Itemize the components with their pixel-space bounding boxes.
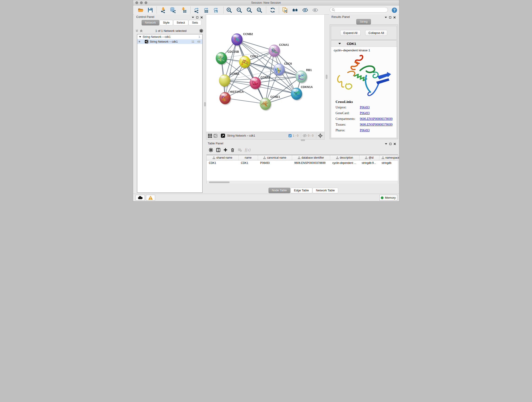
network-row[interactable]: String Network – cdk1 11 48 — [137, 39, 202, 44]
float-panel-icon[interactable] — [196, 16, 198, 19]
scrollbar-thumb[interactable] — [209, 182, 230, 183]
crosslink-uniprot--link[interactable]: P06493 — [360, 106, 395, 109]
network-node-RB1[interactable]: RB1 — [296, 69, 312, 83]
tab-string[interactable]: String — [356, 19, 371, 25]
import-network-file-icon[interactable] — [160, 7, 166, 13]
collapse-all-button[interactable]: Collapse All — [365, 30, 387, 36]
crosslink-compartments--link[interactable]: 9606.ENSP00000378699 — [360, 117, 395, 121]
zoom-selected-icon[interactable] — [256, 7, 262, 13]
warning-status-button[interactable] — [146, 195, 155, 201]
zoom-fit-icon[interactable] — [246, 7, 252, 13]
table-horizontal-scrollbar[interactable] — [207, 181, 398, 184]
status-bar: Memory — [133, 194, 399, 201]
left-splitter-handle[interactable] — [204, 102, 206, 106]
network-edge-CCNB2-HIST1H1A[interactable] — [225, 39, 237, 98]
column-namespace-icon — [263, 157, 266, 159]
string-home-icon[interactable] — [292, 7, 298, 13]
table-toolbar: f(x) — [209, 146, 251, 154]
table-cell[interactable]: P06493 — [258, 160, 292, 166]
column-header-description[interactable]: description — [330, 155, 360, 160]
cdk1-section: CDK1 cyclin–dependent kinase 1 — [331, 40, 397, 138]
table-cell[interactable]: CDK1 — [207, 160, 239, 166]
bottom-splitter-handle[interactable] — [301, 139, 305, 141]
table-cell[interactable]: stringdb:9... — [360, 160, 380, 166]
network-collection-row[interactable]: String Network – cdk1 1 — [137, 34, 202, 39]
column-header-shared-name[interactable]: shared name — [207, 155, 239, 160]
collapse-all-chevron-icon[interactable] — [140, 29, 143, 32]
hidden-eye-slash-icon[interactable] — [303, 134, 307, 137]
tab-node-table[interactable]: Node Table — [268, 188, 291, 193]
crosslink-pharos--link[interactable]: P06493 — [360, 128, 395, 132]
selected-checkbox-icon[interactable] — [288, 134, 292, 137]
network-canvas[interactable]: CCNB2CCNA1CDC25BCDK1CDC6RB1CCNB1CCNA2CDK… — [206, 15, 324, 132]
close-panel-icon[interactable] — [201, 16, 203, 19]
search-input[interactable] — [330, 7, 388, 13]
detach-view-icon[interactable] — [221, 134, 225, 138]
table-cell[interactable]: stringdb — [380, 160, 399, 166]
crosslink-genecard--link[interactable]: P06493 — [360, 111, 395, 115]
column-header-name[interactable]: name — [239, 155, 258, 160]
export-network-icon[interactable] — [194, 7, 200, 13]
tab-network-table[interactable]: Network Table — [312, 188, 338, 193]
add-column-icon[interactable] — [223, 148, 228, 152]
export-table-icon[interactable] — [203, 7, 209, 13]
open-session-icon[interactable] — [138, 7, 144, 13]
save-session-icon[interactable] — [147, 7, 153, 13]
network-share-view-icon[interactable] — [214, 134, 217, 138]
control-panel: Control Panel NetworkStyleSelectSets 1 o… — [134, 14, 206, 194]
help-icon[interactable]: ? — [392, 7, 397, 13]
table-cell[interactable]: CDK1 — [239, 160, 258, 166]
tab-style[interactable]: Style — [159, 20, 173, 26]
column-header-canonical-name[interactable]: canonical name — [258, 155, 292, 160]
show-all-eye-icon[interactable] — [312, 7, 318, 13]
delete-column-trash-icon[interactable] — [230, 148, 234, 152]
show-columns-icon[interactable] — [216, 148, 220, 152]
close-panel-icon[interactable] — [394, 143, 396, 145]
cdk1-section-header[interactable]: CDK1 — [331, 41, 397, 47]
birds-eye-crosshair-icon[interactable] — [318, 133, 323, 138]
hide-selected-eye-icon[interactable] — [302, 7, 308, 13]
table-cell[interactable]: 9606.ENSP00000378699 — [292, 160, 330, 166]
tab-network[interactable]: Network — [142, 20, 159, 26]
expand-all-chevron-icon[interactable] — [135, 29, 138, 32]
table-cell[interactable]: cyclin-dependent ... — [330, 160, 360, 166]
section-collapse-icon[interactable] — [338, 43, 341, 45]
clone-network-icon[interactable] — [282, 7, 288, 13]
expand-all-button[interactable]: Expand All — [340, 30, 361, 36]
column-header--id[interactable]: @id — [360, 155, 380, 160]
network-options-gear-icon[interactable] — [199, 29, 203, 33]
cloud-status-button[interactable] — [136, 195, 145, 201]
zoom-out-icon[interactable] — [236, 7, 242, 13]
network-edge-CDK1-RB1[interactable] — [245, 62, 301, 77]
column-header-namespace[interactable]: namespace — [380, 155, 399, 160]
tab-edge-table[interactable]: Edge Table — [291, 188, 312, 193]
right-splitter-handle[interactable] — [326, 75, 327, 79]
zoom-in-icon[interactable] — [226, 7, 232, 13]
crosslinks-heading: CrossLinks — [336, 100, 395, 104]
import-table-icon[interactable] — [181, 7, 187, 13]
refresh-layout-icon[interactable] — [270, 7, 276, 13]
export-image-icon[interactable] — [213, 7, 219, 13]
panel-menu-caret-icon[interactable] — [192, 17, 194, 18]
svg-text:?: ? — [393, 8, 395, 12]
tab-sets[interactable]: Sets — [189, 20, 201, 26]
column-header-database-identifier[interactable]: database identifier — [292, 155, 330, 160]
collection-expand-icon[interactable] — [139, 36, 141, 38]
memory-button[interactable]: Memory — [380, 195, 397, 201]
table-options-gear-icon[interactable] — [209, 148, 213, 152]
panel-menu-caret-icon[interactable] — [385, 17, 387, 18]
grid-view-icon[interactable] — [208, 134, 212, 138]
network-node-HIST1H1A[interactable]: HIST1H1A — [220, 90, 244, 104]
network-node-CDC25B[interactable]: CDC25B — [216, 50, 239, 64]
tab-select[interactable]: Select — [173, 20, 188, 26]
float-panel-icon[interactable] — [389, 143, 392, 145]
float-panel-icon[interactable] — [389, 16, 391, 19]
close-panel-icon[interactable] — [393, 16, 396, 19]
table-row[interactable]: CDK1CDK1P064939606.ENSP00000378699cyclin… — [207, 160, 398, 166]
import-network-database-icon[interactable] — [170, 7, 176, 13]
section-gene-name: CDK1 — [347, 42, 356, 46]
control-panel-title: Control Panel — [136, 15, 154, 19]
panel-menu-caret-icon[interactable] — [385, 143, 387, 145]
crosslink-tissues--link[interactable]: 9606.ENSP00000378699 — [360, 123, 395, 127]
column-namespace-icon — [382, 157, 384, 159]
